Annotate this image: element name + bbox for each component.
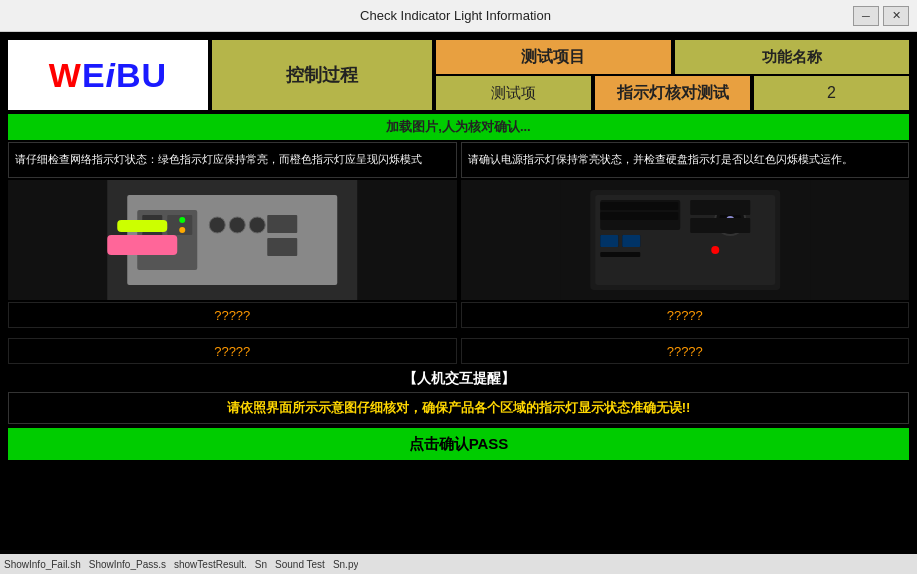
right-info: 测试项目 功能名称 测试项 指示灯核对测试 2: [436, 40, 909, 110]
right-description: 请确认电源指示灯保持常亮状态，并检查硬盘指示灯是否以红色闪烁模式运作。: [461, 142, 910, 178]
test-number-value: 2: [827, 84, 836, 102]
svg-point-6: [179, 217, 185, 223]
image-row: [8, 180, 909, 300]
right-result-1: ?????: [461, 302, 910, 328]
svg-rect-24: [622, 235, 640, 247]
left-result-2: ?????: [8, 338, 457, 364]
svg-rect-13: [267, 215, 297, 233]
left-image-box: [8, 180, 457, 300]
right-result-2: ?????: [461, 338, 910, 364]
svg-rect-23: [600, 235, 618, 247]
title-bar: Check Indicator Light Information ─ ✕: [0, 0, 917, 32]
svg-rect-8: [107, 235, 177, 255]
bottom-item-6: Sn.py: [333, 559, 359, 570]
window-title: Check Indicator Light Information: [58, 8, 853, 23]
svg-rect-9: [117, 220, 167, 232]
test-project-label: 测试项目: [521, 47, 585, 68]
svg-rect-5: [167, 215, 192, 235]
right-result-2-text: ?????: [667, 344, 703, 359]
right-desc-text: 请确认电源指示灯保持常亮状态，并检查硬盘指示灯是否以红色闪烁模式运作。: [468, 152, 853, 167]
pass-button[interactable]: 点击确认PASS: [8, 428, 909, 460]
result-row-2: ????? ?????: [8, 338, 909, 364]
test-project-box: 测试项目: [436, 40, 671, 74]
left-result-2-text: ?????: [214, 344, 250, 359]
prompt-warning: 请依照界面所示示意图仔细核对，确保产品各个区域的指示灯显示状态准确无误!!: [8, 392, 909, 424]
prompt-title: 【人机交互提醒】: [8, 370, 909, 388]
logo: WEiBU: [49, 56, 167, 95]
prompt-section: 【人机交互提醒】 请依照界面所示示意图仔细核对，确保产品各个区域的指示灯显示状态…: [8, 370, 909, 460]
bottom-item-4: Sn: [255, 559, 267, 570]
indicator-test-box: 指示灯核对测试: [595, 76, 750, 110]
indicator-test-label: 指示灯核对测试: [617, 83, 729, 104]
svg-point-7: [179, 227, 185, 233]
svg-point-11: [229, 217, 245, 233]
left-result-1-text: ?????: [214, 308, 250, 323]
svg-rect-29: [690, 200, 750, 215]
control-process-box: 控制过程: [212, 40, 432, 110]
left-desc-text: 请仔细检查网络指示灯状态：绿色指示灯应保持常亮，而橙色指示灯应呈现闪烁模式: [15, 152, 422, 167]
test-number-box: 2: [754, 76, 909, 110]
svg-rect-14: [267, 238, 297, 256]
close-button[interactable]: ✕: [883, 6, 909, 26]
window-controls: ─ ✕: [853, 6, 909, 26]
svg-point-10: [209, 217, 225, 233]
status-text: 加载图片,人为核对确认...: [386, 118, 530, 136]
function-name-label: 功能名称: [762, 48, 822, 67]
svg-rect-31: [600, 252, 640, 257]
bottom-item-5: Sound Test: [275, 559, 325, 570]
svg-rect-30: [690, 218, 750, 233]
description-row: 请仔细检查网络指示灯状态：绿色指示灯应保持常亮，而橙色指示灯应呈现闪烁模式 请确…: [8, 142, 909, 178]
left-result-1: ?????: [8, 302, 457, 328]
info-bottom-row: 测试项 指示灯核对测试 2: [436, 76, 909, 110]
top-row: WEiBU 控制过程 测试项目 功能名称 测试项 指示灯核对测试: [8, 40, 909, 110]
status-bar: 加载图片,人为核对确认...: [8, 114, 909, 140]
svg-point-28: [711, 246, 719, 254]
spacer: [8, 330, 909, 338]
function-name-box: 功能名称: [675, 40, 910, 74]
info-top-row: 测试项目 功能名称: [436, 40, 909, 74]
right-image-box: [461, 180, 910, 300]
main-content: WEiBU 控制过程 测试项目 功能名称 测试项 指示灯核对测试: [0, 32, 917, 574]
test-item-box: 测试项: [436, 76, 591, 110]
control-process-label: 控制过程: [286, 63, 358, 87]
minimize-button[interactable]: ─: [853, 6, 879, 26]
right-result-1-text: ?????: [667, 308, 703, 323]
logo-section: WEiBU: [8, 40, 208, 110]
result-row-1: ????? ?????: [8, 302, 909, 328]
left-image: [8, 180, 457, 300]
svg-point-12: [249, 217, 265, 233]
svg-rect-19: [600, 202, 678, 210]
test-item-label: 测试项: [491, 84, 536, 103]
left-description: 请仔细检查网络指示灯状态：绿色指示灯应保持常亮，而橙色指示灯应呈现闪烁模式: [8, 142, 457, 178]
right-image: [461, 180, 910, 300]
bottom-item-1: ShowInfo_Fail.sh: [4, 559, 81, 570]
bottom-item-3: showTestResult.: [174, 559, 247, 570]
svg-rect-20: [600, 212, 678, 220]
bottom-item-2: ShowInfo_Pass.s: [89, 559, 166, 570]
bottom-bar: ShowInfo_Fail.sh ShowInfo_Pass.s showTes…: [0, 554, 917, 574]
